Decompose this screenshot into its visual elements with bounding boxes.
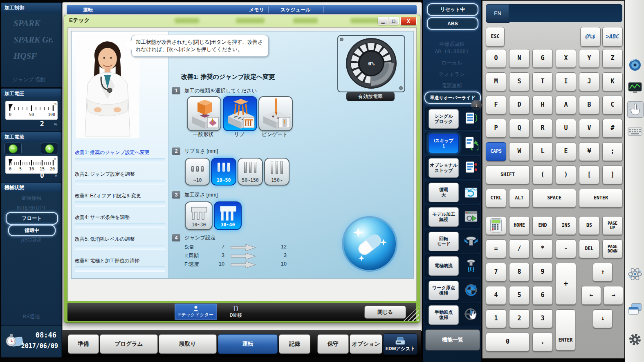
key-2[interactable]: 2 (509, 309, 530, 328)
maximize-button[interactable]: ▢ (388, 17, 399, 25)
key-1[interactable]: 1 (486, 309, 506, 328)
keyboard-icon[interactable] (627, 123, 643, 139)
electrode-jet-button[interactable]: 電極噴流 (429, 256, 459, 276)
key-L[interactable]: L (532, 142, 553, 161)
key-0[interactable]: 0 (486, 333, 530, 351)
key-ins[interactable]: INS (556, 216, 576, 235)
rib-length-under10[interactable]: ~10 (185, 158, 210, 185)
key-shift[interactable]: SHIFT (486, 165, 530, 184)
key-pageup[interactable]: PAGE UP (602, 216, 623, 235)
rib-length-10-50[interactable]: 10~50 (211, 158, 236, 185)
key-8[interactable]: 8 (509, 263, 530, 282)
optional-stop-button[interactable]: オプショナル ストップ (429, 158, 459, 178)
key-slash[interactable]: / (509, 239, 530, 258)
key-paren-open[interactable]: ( (532, 165, 553, 184)
key-P[interactable]: P (486, 119, 506, 138)
key-D[interactable]: D (509, 96, 530, 114)
key-X[interactable]: X (556, 49, 576, 68)
rib-length-50-150[interactable]: 50~150 (238, 158, 263, 185)
improvement-item-3[interactable]: 改善3: EZオフアド設定を変更 (72, 192, 168, 213)
key-del[interactable]: DEL (579, 239, 599, 258)
key-semicolon[interactable]: ; (602, 142, 623, 161)
tab-maintenance[interactable]: 保守 (317, 334, 349, 354)
key-enter[interactable]: ENTER (579, 189, 623, 208)
rib-length-over150[interactable]: 150~ (264, 158, 289, 185)
key-pagedown[interactable]: PAGE DOWN (602, 239, 623, 258)
key-ctrl[interactable]: CTRL (486, 189, 506, 208)
function-list-button[interactable]: 機能一覧 (425, 329, 480, 351)
key-symbols[interactable]: @%$ (580, 27, 601, 47)
key-K[interactable]: K (602, 72, 623, 91)
manual-origin-return-button[interactable]: 手動原点 復帰 (429, 305, 459, 325)
waveform-monitor-icon[interactable] (627, 79, 643, 95)
machining-type-rib[interactable] (223, 96, 257, 131)
menu-operation[interactable]: 運転 (83, 7, 93, 13)
improvement-item-2[interactable]: 改善2: ジャンプ設定を調整 (72, 170, 168, 192)
key-M[interactable]: M (486, 72, 506, 91)
key-arrow-up[interactable]: ↑ (593, 263, 613, 282)
skip-button[interactable]: /スキップ 1 (429, 134, 459, 153)
key-bracket-open[interactable]: [ (579, 165, 599, 184)
key-Z[interactable]: Z (602, 49, 623, 68)
key-7[interactable]: 7 (486, 263, 506, 282)
key-minus[interactable]: - (556, 239, 576, 258)
tab-setup[interactable]: 段取り (159, 334, 217, 354)
improvement-item-6[interactable]: 改善6: 電極と加工部位の清掃 (72, 257, 168, 278)
circulation-large-button[interactable]: 循環 大 (429, 183, 459, 202)
key-C[interactable]: C (602, 96, 623, 114)
improvement-item-5[interactable]: 改善5: 低消耗レベルの調整 (72, 235, 168, 257)
tab-operation[interactable]: 運転 (218, 334, 278, 354)
key-hash[interactable]: # (602, 119, 623, 138)
key-equals[interactable]: = (486, 239, 506, 258)
improvement-item-1[interactable]: 改善1: 推奨のジャンプ設定へ変更 (72, 148, 168, 170)
key-Y[interactable]: Y (579, 49, 599, 68)
key-arrow-down[interactable]: ↓ (593, 309, 613, 328)
key-9[interactable]: 9 (532, 263, 553, 282)
close-icon[interactable]: X (400, 17, 417, 25)
tab-preparation[interactable]: 準備 (68, 334, 99, 354)
keyboard-lang-key[interactable]: EN (486, 4, 509, 23)
menu-schedule[interactable]: スケジュール (280, 7, 310, 13)
machining-type-general[interactable] (187, 96, 221, 131)
tab-d-indirect[interactable]: D D間接 (223, 304, 249, 320)
key-caps[interactable]: CAPS (486, 142, 506, 161)
windows-stack-icon[interactable] (627, 302, 643, 317)
reset-status-button[interactable]: リセット中 (427, 3, 478, 16)
abs-button[interactable]: ABS (427, 17, 478, 30)
key-S[interactable]: S (509, 72, 530, 91)
key-T[interactable]: T (532, 72, 553, 91)
rapid-override-button[interactable]: 早送りオーバーライド ↓ (424, 92, 481, 104)
key-calculator[interactable] (486, 216, 506, 235)
depth-10-30[interactable]: 10~30 (185, 201, 213, 230)
key-abc[interactable]: >ABC (602, 27, 623, 47)
hand-cursor-icon[interactable] (627, 101, 644, 118)
key-3[interactable]: 3 (532, 309, 553, 328)
key-numpad-enter[interactable]: ENTER (556, 309, 575, 351)
key-H[interactable]: H (532, 96, 553, 114)
key-Q[interactable]: Q (509, 119, 530, 138)
key-W[interactable]: W (509, 142, 530, 161)
circulating-button[interactable]: 循環中 (8, 225, 56, 236)
minimize-button[interactable]: ▁ (378, 17, 388, 25)
single-block-button[interactable]: シングル ブロック (429, 109, 459, 129)
key-G[interactable]: G (532, 49, 553, 68)
key-end[interactable]: END (532, 216, 553, 235)
tab-program[interactable]: プログラム (100, 334, 158, 354)
improvement-item-4[interactable]: 改善4: サーボ条件を調整 (72, 213, 168, 235)
model-machining-button[interactable]: モデル加工 無視 (429, 207, 459, 227)
key-U[interactable]: U (556, 119, 576, 138)
tab-edm-assist[interactable]: EDMアシスト (383, 333, 417, 355)
disc-monitor-icon[interactable] (627, 57, 643, 73)
key-arrow-right[interactable]: → (604, 286, 623, 305)
key-N[interactable]: N (509, 49, 530, 68)
gear-icon[interactable] (627, 332, 643, 347)
key-home[interactable]: HOME (509, 216, 530, 235)
key-paren-close[interactable]: ) (556, 165, 576, 184)
key-space[interactable]: SPACE (532, 189, 576, 208)
key-5[interactable]: 5 (509, 286, 530, 305)
key-esc[interactable]: ESC (486, 27, 505, 47)
key-yen[interactable]: ¥ (579, 142, 599, 161)
key-6[interactable]: 6 (532, 286, 553, 305)
depth-30-40[interactable]: 30~40 (214, 201, 242, 230)
key-R[interactable]: R (532, 119, 553, 138)
